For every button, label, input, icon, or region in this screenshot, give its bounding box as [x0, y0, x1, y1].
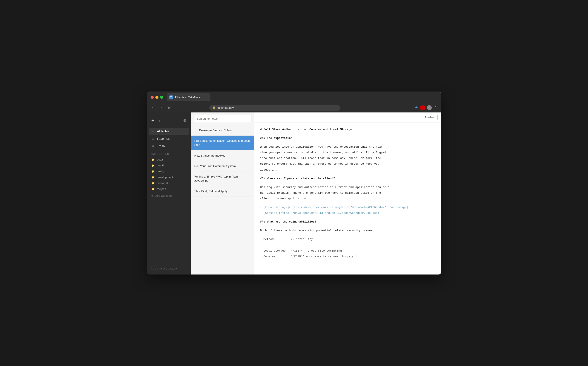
empty-line [260, 225, 435, 228]
sidebar-category-development[interactable]: 📁 development [147, 174, 191, 180]
reload-button[interactable]: ↻ [166, 105, 171, 111]
notes-list: ☆ Developer Blogs to Follow Full Stack A… [191, 125, 254, 274]
add-category-icon: + [151, 194, 153, 198]
content-link-local-storage: - [Local storage](https://developer.mozi… [260, 205, 435, 210]
content-table-divider: | ------------- | ----------------------… [260, 243, 435, 248]
tab-close-button[interactable]: × [205, 95, 208, 99]
sidebar-category-health[interactable]: 📁 health [147, 162, 191, 168]
empty-line [260, 234, 435, 237]
upload-button[interactable]: ↑ [158, 117, 161, 124]
categories-section-title: CATEGORIES [147, 150, 191, 157]
address-bar: ← → ↻ 🔒 takenote.dev ★ ⋮ [147, 103, 441, 113]
favorites-label: Favorites [157, 137, 170, 140]
content-text: client in a web application: [260, 196, 435, 201]
notes-list-panel: ☆ Developer Blogs to Follow Full Stack A… [191, 113, 254, 274]
sidebar-item-all-notes[interactable]: ☰ All Notes [149, 128, 189, 135]
browser-actions: ★ ⋮ [415, 105, 437, 110]
content-text: When you log into an application, you ha… [260, 145, 435, 149]
content-heading3-vulnerabilities: ### What are the vulnerabilities? [260, 220, 435, 224]
sidebar-actions: + ↑ ⚙ [147, 115, 191, 128]
content-heading3-expectation: ### The expectation [260, 136, 435, 141]
folder-icon: 📁 [151, 188, 155, 191]
trash-icon: 🗑 [151, 145, 155, 148]
notes-search [191, 113, 254, 125]
content-link-cookies: - [Cookies](https://developer.mozilla.or… [260, 211, 435, 215]
content-text: logged in. [260, 168, 435, 172]
sidebar-item-trash[interactable]: 🗑 Trash [149, 143, 189, 150]
note-item-writing-simple-mvc[interactable]: Writing a Simple MVC App in Plain JavaSc… [191, 171, 254, 186]
folder-icon: 📁 [151, 176, 155, 179]
url-box[interactable]: 🔒 takenote.dev [209, 105, 340, 111]
bookmark-icon[interactable]: ★ [415, 105, 418, 110]
traffic-light-yellow[interactable] [155, 96, 158, 99]
avatar-icon[interactable] [427, 105, 432, 110]
category-label-health: health [157, 164, 164, 167]
sidebar-category-design[interactable]: 📁 design [147, 168, 191, 174]
sidebar: + ↑ ⚙ ☰ All Notes ☆ Favorites 🗑 Trash CA [147, 113, 191, 274]
content-heading3-persist: ### Where can I persist state on the cli… [260, 176, 435, 181]
all-notes-label: All Notes [157, 130, 169, 133]
extension-icon[interactable] [420, 106, 425, 110]
more-icon[interactable]: ⋮ [434, 106, 437, 110]
note-title: This, Bind, Call, and Apply [194, 190, 228, 193]
folder-icon: 📁 [151, 158, 155, 161]
sidebar-category-recipes[interactable]: 📁 recipes [147, 186, 191, 192]
note-item-full-stack-auth[interactable]: Full Stack Authentication: Cookies and L… [191, 136, 254, 150]
empty-line [260, 202, 435, 205]
note-title: Developer Blogs to Follow [199, 129, 232, 132]
note-item-how-strings[interactable]: How Strings are Indexed [191, 151, 254, 161]
content-text: into that application. This means that i… [260, 156, 435, 161]
star-icon: ☆ [194, 129, 197, 132]
traffic-lights [151, 96, 163, 99]
browser-tab[interactable]: T All Notes | TakeNote × [167, 93, 210, 101]
forward-button[interactable]: → [158, 105, 164, 110]
folder-icon: 📁 [151, 182, 155, 185]
url-text: takenote.dev [217, 106, 234, 109]
title-bar: T All Notes | TakeNote × + [147, 92, 441, 103]
app-container: + ↑ ⚙ ☰ All Notes ☆ Favorites 🗑 Trash CA [147, 113, 441, 274]
add-note-button[interactable]: + [151, 117, 155, 124]
favorites-icon: ☆ [151, 137, 155, 140]
sidebar-item-favorites[interactable]: ☆ Favorites [149, 135, 189, 142]
sidebar-footer: ✓ 3:23 PM on 11/2/2019 [147, 266, 191, 272]
empty-line [260, 182, 435, 185]
category-label-goals: goals [157, 158, 164, 161]
browser-chrome: T All Notes | TakeNote × + ← → ↻ 🔒 taken… [147, 92, 441, 113]
browser-window: T All Notes | TakeNote × + ← → ↻ 🔒 taken… [147, 92, 441, 274]
new-tab-button[interactable]: + [213, 94, 219, 100]
all-notes-icon: ☰ [151, 130, 155, 133]
add-category-button[interactable]: + Add Category [147, 192, 191, 199]
empty-line [260, 142, 435, 145]
category-label-development: development [157, 175, 173, 179]
tab-label: All Notes | TakeNote [175, 96, 200, 99]
traffic-light-green[interactable] [160, 96, 163, 99]
trash-label: Trash [157, 144, 165, 148]
traffic-light-red[interactable] [151, 96, 154, 99]
category-label-recipes: recipes [157, 187, 166, 191]
category-label-design: design [157, 170, 165, 173]
search-input[interactable] [194, 115, 252, 122]
empty-line [260, 173, 435, 176]
note-item-this-bind-call[interactable]: This, Bind, Call, and Apply [191, 186, 254, 197]
content-text: client (browser) must maintain a referen… [260, 162, 435, 166]
note-item-developer-blogs[interactable]: ☆ Developer Blogs to Follow [191, 125, 254, 136]
sidebar-category-personal[interactable]: 📁 personal [147, 180, 191, 186]
empty-line [260, 216, 435, 220]
editor-toolbar: Preview [254, 113, 441, 123]
sidebar-category-goals[interactable]: 📁 goals [147, 157, 191, 162]
content-table-row-cookies: | Cookies | **CSRF** – cross-site reques… [260, 254, 435, 259]
note-title: Roll Your Own Comment System [194, 164, 236, 168]
editor-content[interactable]: # Full Stack Authentication: Cookies and… [254, 123, 441, 274]
content-table-row-local: | Local storage | **XSS** – cross-site s… [260, 249, 435, 253]
preview-button[interactable]: Preview [422, 115, 438, 120]
content-heading1: # Full Stack Authentication: Cookies and… [260, 127, 435, 132]
back-button[interactable]: ← [151, 105, 156, 110]
note-title: Full Stack Authentication: Cookies and L… [194, 139, 251, 146]
note-title: How Strings are Indexed [194, 154, 225, 157]
settings-button[interactable]: ⚙ [182, 117, 187, 124]
folder-icon: 📁 [151, 164, 155, 167]
tab-favicon: T [169, 95, 173, 99]
note-item-roll-your-own[interactable]: Roll Your Own Comment System [191, 161, 254, 171]
empty-line [260, 133, 435, 136]
add-category-label: Add Category [155, 194, 173, 198]
